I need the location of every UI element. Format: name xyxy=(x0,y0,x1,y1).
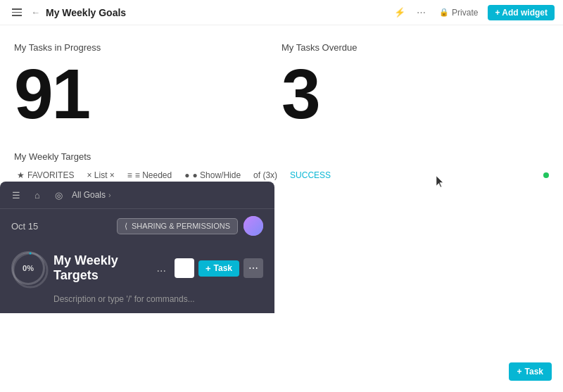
add-task-button[interactable]: + Task xyxy=(198,260,239,277)
icon-button-1[interactable]: ⚡ xyxy=(391,4,408,21)
avatar xyxy=(243,216,263,236)
hamburger-icon xyxy=(12,8,22,16)
date-label: Oct 15 xyxy=(11,221,38,232)
goal-content-row: 0% My Weekly Targets ... + Task ⋯ xyxy=(0,243,274,292)
progress-percent: 0% xyxy=(23,264,34,272)
eye-icon: ● xyxy=(184,170,189,180)
avatar-image xyxy=(243,216,263,236)
filters-bar: ★ FAVORITES × List × ≡ ≡ Needed ● ● Show… xyxy=(14,169,549,182)
sharing-label: SHARING & PERMISSIONS xyxy=(132,222,230,230)
filter-count[interactable]: of (3x) xyxy=(251,169,280,182)
hamburger-button[interactable] xyxy=(8,4,25,21)
stat-number-overdue: 3 xyxy=(282,58,549,129)
bottom-plus-icon: + xyxy=(517,367,522,377)
filter-icon: ≡ xyxy=(127,170,132,180)
overlay-target-button[interactable]: ◎ xyxy=(51,187,66,203)
back-button[interactable]: ← xyxy=(31,7,40,18)
add-widget-button[interactable]: + Add widget xyxy=(488,5,555,20)
date-sharing-row: Oct 15 ⟨ SHARING & PERMISSIONS xyxy=(0,209,274,243)
goal-title: My Weekly Targets xyxy=(53,253,148,283)
filter-show-hide-label: ● Show/Hide xyxy=(192,170,241,180)
app-header: ← My Weekly Goals ⚡ ⋯ 🔒 Private + Add wi… xyxy=(0,0,563,25)
header-right: ⚡ ⋯ 🔒 Private + Add widget xyxy=(391,4,555,21)
icon-button-2[interactable]: ⋯ xyxy=(412,4,429,21)
share-icon: ⟨ xyxy=(125,222,127,231)
star-icon: ★ xyxy=(17,170,25,180)
filter-success-label: SUCCESS xyxy=(290,170,331,180)
filter-show-hide[interactable]: ● ● Show/Hide xyxy=(182,169,243,182)
header-left: ← My Weekly Goals xyxy=(8,4,391,21)
lock-icon: 🔒 xyxy=(439,8,449,17)
stats-row: My Tasks in Progress 91 My Tasks Overdue… xyxy=(14,37,549,134)
sharing-permissions-button[interactable]: ⟨ SHARING & PERMISSIONS xyxy=(117,218,238,234)
add-task-label: Task xyxy=(214,263,232,273)
private-label: Private xyxy=(452,8,478,18)
status-dot xyxy=(543,172,549,178)
bottom-add-task-button[interactable]: + Task xyxy=(509,362,552,381)
plus-icon: + xyxy=(205,263,211,274)
overlay-panel: ☰ ⌂ ◎ All Goals › Oct 15 ⟨ SHARING & PER… xyxy=(0,182,274,313)
main-content: My Tasks in Progress 91 My Tasks Overdue… xyxy=(0,25,563,201)
more-actions-button[interactable]: ⋯ xyxy=(243,258,263,278)
progress-circle: 0% xyxy=(11,251,45,285)
action-buttons: + Task ⋯ xyxy=(175,258,263,278)
page-title: My Weekly Goals xyxy=(46,7,126,18)
bottom-task-label: Task xyxy=(525,367,543,377)
filter-count-label: of (3x) xyxy=(253,170,277,180)
breadcrumb-chevron: › xyxy=(108,191,111,199)
breadcrumb-text: All Goals xyxy=(72,190,106,200)
description-row: Description or type '/' for commands... xyxy=(0,292,274,313)
filter-list-label: × List × xyxy=(87,170,114,180)
stat-tasks-in-progress: My Tasks in Progress 91 xyxy=(14,37,282,134)
overlay-home-button[interactable]: ⌂ xyxy=(30,187,45,203)
stat-number-in-progress: 91 xyxy=(14,58,282,129)
filter-favorites[interactable]: ★ FAVORITES xyxy=(14,169,77,182)
overlay-menu-button[interactable]: ☰ xyxy=(8,187,24,203)
stat-label-overdue: My Tasks Overdue xyxy=(282,42,549,53)
goal-options-button[interactable]: ... xyxy=(157,262,166,274)
filter-favorites-label: FAVORITES xyxy=(27,170,74,180)
filter-list[interactable]: × List × xyxy=(84,169,117,182)
private-button[interactable]: 🔒 Private xyxy=(435,6,482,19)
filter-needed-label: ≡ Needed xyxy=(135,170,172,180)
overlay-header: ☰ ⌂ ◎ All Goals › xyxy=(0,182,274,209)
breadcrumb: All Goals › xyxy=(72,190,266,200)
header-icons: ⚡ ⋯ xyxy=(391,4,429,21)
stat-tasks-overdue: My Tasks Overdue 3 xyxy=(282,37,549,134)
filter-success[interactable]: SUCCESS xyxy=(287,169,334,182)
section-title-weekly-targets: My Weekly Targets xyxy=(14,151,549,162)
white-action-button[interactable] xyxy=(175,258,194,278)
description-placeholder: Description or type '/' for commands... xyxy=(53,294,195,304)
stat-label-in-progress: My Tasks in Progress xyxy=(14,42,282,53)
filter-needed[interactable]: ≡ ≡ Needed xyxy=(125,169,175,182)
